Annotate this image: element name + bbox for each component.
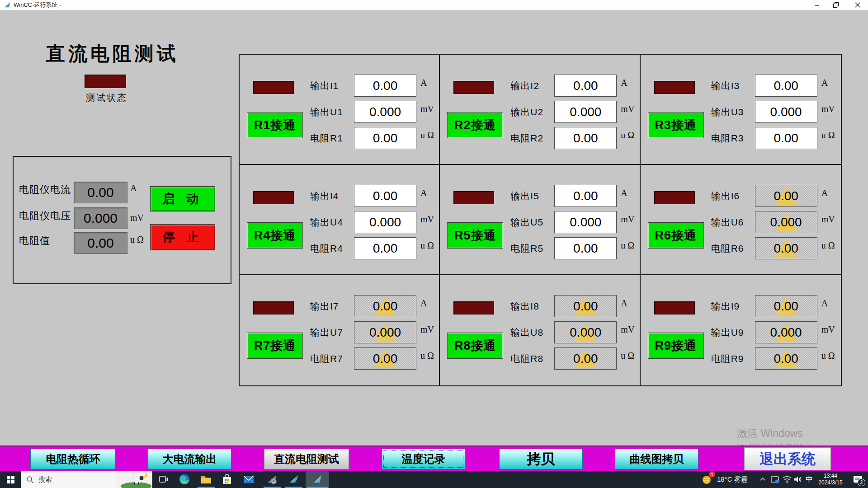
task-view-icon[interactable] (154, 471, 174, 488)
taskbar: 搜索 1 18 (0, 471, 868, 488)
tray-expand-icon[interactable] (758, 471, 768, 488)
channel-resistance-field[interactable]: 0.00 (554, 237, 617, 259)
channel-current-value: 0.00 (774, 79, 798, 93)
channel-voltage-field[interactable]: 0.000 (755, 321, 817, 343)
channel-current-label: 输出I6 (711, 190, 740, 202)
edge-browser-icon[interactable] (175, 471, 194, 488)
channel-resistance-label: 电阻R2 (510, 132, 543, 145)
channel-voltage-value: 0.000 (570, 215, 601, 230)
channel-cell-4: R4接通 输出I4 0.00 A 输出U4 0.000 mV 电阻R4 0.00… (240, 165, 440, 275)
ime-chinese-indicator[interactable]: 中 (804, 471, 815, 488)
restore-button[interactable] (828, 0, 844, 10)
channel-voltage-label: 输出U4 (310, 216, 343, 229)
channel-current-field[interactable]: 0.00 (554, 75, 617, 97)
wincc-runtime-icon[interactable] (306, 471, 329, 488)
channel-resistance-value: 0.00 (373, 352, 398, 366)
volume-icon[interactable] (792, 471, 804, 488)
weather-widget[interactable]: 1 18°C 雾霾 (701, 471, 759, 488)
channel-resistance-field[interactable]: 0.00 (354, 347, 416, 370)
channel-voltage-field[interactable]: 0.000 (755, 101, 817, 123)
channel-voltage-field[interactable]: 0.000 (755, 211, 817, 233)
channel-voltage-field[interactable]: 0.000 (354, 321, 416, 343)
nav-button-3[interactable]: 直流电阻测试 (264, 449, 349, 469)
channel-grid: R1接通 输出I1 0.00 A 输出U1 0.000 mV 电阻R1 0.00… (239, 54, 842, 386)
file-explorer-icon[interactable] (196, 471, 216, 488)
channel-current-field[interactable]: 0.00 (354, 75, 416, 97)
wifi-icon[interactable] (781, 471, 793, 488)
page-title: 直流电阻测试 (46, 41, 179, 66)
channel-resistance-label: 电阻R7 (310, 352, 343, 365)
channel-resistance-field[interactable]: 0.00 (755, 347, 817, 370)
wincc-editor-icon[interactable] (284, 471, 304, 488)
search-icon (26, 476, 34, 483)
windows-start-icon[interactable] (0, 471, 21, 488)
microsoft-store-icon[interactable] (217, 471, 237, 488)
channel-current-unit: A (821, 298, 828, 309)
channel-current-unit: A (821, 78, 828, 88)
channel-cell-1: R1接通 输出I1 0.00 A 输出U1 0.000 mV 电阻R1 0.00… (240, 55, 440, 165)
close-icon[interactable] (850, 0, 865, 10)
channel-current-unit: A (420, 298, 427, 309)
search-input[interactable]: 搜索 (21, 471, 152, 488)
channel-voltage-value: 0.000 (770, 105, 802, 119)
start-button[interactable]: 启 动 (150, 186, 215, 211)
nav-button-2[interactable]: 大电流输出 (148, 449, 231, 469)
minimize-button[interactable] (809, 0, 825, 10)
wincc-logo-icon (4, 1, 11, 9)
search-placeholder: 搜索 (38, 475, 52, 484)
channel-current-label: 输出I1 (310, 80, 339, 92)
channel-cell-7: R7接通 输出I7 0.00 A 输出U7 0.000 mV 电阻R7 0.00… (240, 275, 440, 385)
channel-current-label: 输出I7 (310, 300, 339, 313)
stop-button[interactable]: 停 止 (150, 224, 215, 250)
tablet-device-icon[interactable] (769, 471, 781, 488)
channel-current-field[interactable]: 0.00 (354, 295, 416, 317)
channel-voltage-field[interactable]: 0.000 (554, 321, 617, 343)
nav-button-5[interactable]: 拷贝 (499, 449, 583, 469)
notification-badge: 2 (858, 479, 865, 486)
nav-button-7[interactable]: 退出系统 (744, 447, 831, 470)
channel-voltage-field[interactable]: 0.000 (354, 101, 416, 123)
channel-voltage-value: 0.000 (369, 325, 401, 340)
test-status-indicator (85, 75, 126, 88)
channel-voltage-unit: mV (821, 104, 835, 114)
channel-current-label: 输出I8 (510, 300, 539, 313)
channel-voltage-field[interactable]: 0.000 (554, 211, 617, 233)
title-bar: WinCC-运行系统 - (0, 0, 868, 10)
channel-resistance-field[interactable]: 0.00 (554, 127, 617, 149)
channel-current-value: 0.00 (573, 189, 598, 203)
channel-resistance-unit: u Ω (420, 130, 434, 141)
channel-current-field[interactable]: 0.00 (554, 295, 617, 317)
channel-current-field[interactable]: 0.00 (755, 75, 817, 97)
channel-cell-3: R3接通 输出I3 0.00 A 输出U3 0.000 mV 电阻R3 0.00… (641, 55, 841, 165)
channel-voltage-value: 0.000 (369, 105, 401, 119)
channel-resistance-field[interactable]: 0.00 (554, 347, 617, 370)
meter-panel: 电阻仪电流 0.00 A 电阻仪电压 0.000 mV 电阻值 0.00 u Ω… (13, 156, 231, 284)
channel-resistance-value: 0.00 (774, 352, 798, 366)
channel-voltage-value: 0.000 (570, 325, 601, 340)
channel-current-field[interactable]: 0.00 (554, 185, 617, 207)
channel-current-field[interactable]: 0.00 (755, 295, 817, 317)
notification-center-icon[interactable]: 2 (849, 471, 867, 488)
mail-icon[interactable] (239, 471, 259, 488)
nav-button-4[interactable]: 温度记录 (382, 449, 465, 469)
channel-voltage-field[interactable]: 0.000 (354, 211, 416, 233)
clock[interactable]: 13:44 2024/3/15 (814, 471, 847, 488)
channel-current-unit: A (621, 188, 627, 198)
channel-voltage-field[interactable]: 0.000 (554, 101, 617, 123)
channel-resistance-field[interactable]: 0.00 (755, 237, 817, 259)
channel-current-value: 0.00 (774, 189, 798, 203)
weather-text: 18°C 雾霾 (717, 475, 748, 484)
channel-current-field[interactable]: 0.00 (755, 185, 817, 207)
channel-voltage-unit: mV (821, 324, 835, 335)
meter-current-label: 电阻仪电流 (19, 183, 71, 197)
channel-current-field[interactable]: 0.00 (354, 185, 416, 207)
channel-resistance-unit: u Ω (420, 240, 434, 251)
nav-button-1[interactable]: 电阻热循环 (30, 449, 116, 469)
channel-resistance-field[interactable]: 0.00 (354, 237, 416, 259)
channel-resistance-field[interactable]: 0.00 (755, 127, 817, 149)
channel-resistance-field[interactable]: 0.00 (354, 127, 416, 149)
wincc-config-icon[interactable] (262, 471, 282, 488)
nav-button-6[interactable]: 曲线图拷贝 (615, 449, 698, 469)
channel-resistance-label: 电阻R9 (711, 352, 744, 365)
client-area: 直流电阻测试 测试状态 电阻仪电流 0.00 A 电阻仪电压 0.000 mV … (0, 10, 868, 446)
